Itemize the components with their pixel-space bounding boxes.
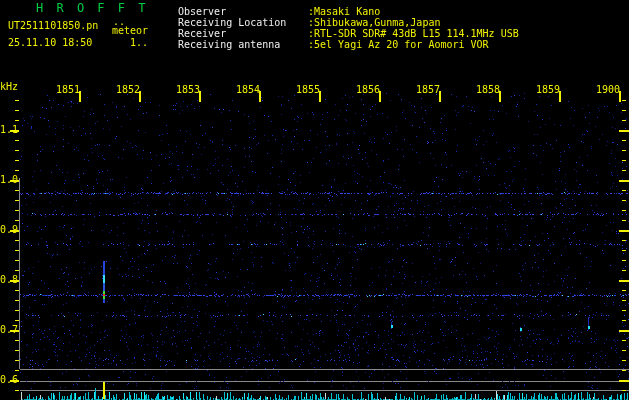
antenna-value: :5el Yagi Az 20 for Aomori VOR — [308, 39, 489, 50]
location-value: :Shibukawa,Gunma,Japan — [308, 17, 440, 28]
time-tick-label: 1853 — [176, 84, 200, 95]
freq-tick-label: 0.9 — [0, 224, 18, 235]
time-tick-label: 1857 — [416, 84, 440, 95]
time-tick-label: 1855 — [296, 84, 320, 95]
app-title: H R O F F T — [36, 3, 148, 14]
time-tick-label: 1859 — [536, 84, 560, 95]
time-tick-label: 1900 — [596, 84, 620, 95]
location-label: Receiving Location — [178, 17, 286, 28]
freq-tick-label: 1.0 — [0, 174, 18, 185]
receiver-label: Receiver — [178, 28, 226, 39]
observer-value: :Masaki Kano — [308, 6, 380, 17]
receiver-value: :RTL-SDR SDR# 43dB L15 114.1MHz USB — [308, 28, 519, 39]
output-filename: UT2511101850.pn — [8, 20, 98, 31]
freq-axis-unit: kHz — [0, 81, 18, 92]
counter-label: 1.. — [130, 37, 148, 48]
freq-tick-label: 0.7 — [0, 324, 18, 335]
mode-label: meteor — [112, 25, 148, 36]
time-tick-label: 1854 — [236, 84, 260, 95]
time-tick-label: 1851 — [56, 84, 80, 95]
time-tick-label: 1858 — [476, 84, 500, 95]
time-tick-label: 1856 — [356, 84, 380, 95]
freq-tick-label: 0.8 — [0, 274, 18, 285]
freq-tick-label: 1.1 — [0, 124, 18, 135]
hrofft-window: H R O F F T UT2511101850.pn .. meteor 25… — [0, 0, 629, 400]
antenna-label: Receiving antenna — [178, 39, 280, 50]
spectrogram-canvas — [0, 0, 629, 400]
freq-tick-label: 0.6 — [0, 374, 18, 385]
observer-label: Observer — [178, 6, 226, 17]
datetime-label: 25.11.10 18:50 — [8, 37, 92, 48]
time-tick-label: 1852 — [116, 84, 140, 95]
